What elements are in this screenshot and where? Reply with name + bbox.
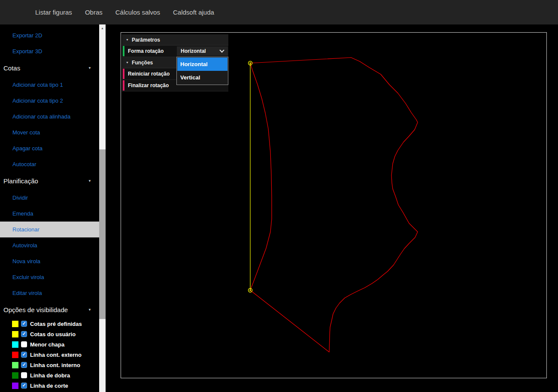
- axis-endpoint-top-dot: [249, 62, 251, 64]
- visibility-row-linha-de-dobra: Linha de dobra: [0, 370, 99, 380]
- section-title: Opções de visibilidade: [3, 306, 68, 313]
- color-swatch: [12, 341, 18, 348]
- sidebar-scrollbar[interactable]: ▲: [99, 24, 106, 392]
- panel-header-label: Parâmetros: [132, 37, 160, 43]
- top-nav: Listar figurasObrasCálculos salvosCaldso…: [0, 0, 558, 24]
- forma-rotacao-row: Forma rotação Horizontal: [122, 46, 228, 57]
- sidebar-section-opcoes-de-visibilidade[interactable]: Opções de visibilidade▼: [0, 301, 99, 319]
- visibility-row-cotas-do-usuario: Cotas do usuário: [0, 329, 99, 339]
- visibility-row-linha-de-corte: Linha de corte: [0, 380, 99, 391]
- toggle-label: Linha de corte: [30, 383, 68, 389]
- toggle-label: Menor chapa: [30, 341, 64, 348]
- chevron-down-icon: [219, 48, 224, 52]
- caret-down-icon: ▼: [126, 38, 129, 41]
- sidebar-item-autocotar[interactable]: Autocotar: [0, 156, 99, 172]
- visibility-row-linha-cont-interno: Linha cont. interno: [0, 360, 99, 370]
- visibility-checkbox-linha-cont-interno[interactable]: [21, 362, 27, 368]
- color-swatch: [12, 362, 18, 368]
- sidebar-item-adicionar-cota-tipo-2[interactable]: Adicionar cota tipo 2: [0, 93, 99, 109]
- toggle-label: Linha cont. externo: [30, 352, 82, 358]
- axis-endpoint-bottom-dot: [249, 289, 251, 291]
- forma-rotacao-label: Forma rotação: [128, 48, 164, 54]
- nav-item-obras[interactable]: Obras: [85, 9, 103, 16]
- sidebar-item-adicionar-cota-alinhada[interactable]: Adicionar cota alinhada: [0, 109, 99, 125]
- green-accent-bar: [123, 46, 124, 56]
- caret-down-icon: ▼: [126, 61, 129, 64]
- dropdown-option-vertical[interactable]: Vertical: [177, 71, 227, 84]
- chevron-down-icon: ▼: [88, 179, 91, 183]
- scrollbar-up-button[interactable]: ▲: [99, 24, 106, 32]
- sidebar-item-apagar-cota[interactable]: Apagar cota: [0, 140, 99, 156]
- nav-item-listar-figuras[interactable]: Listar figuras: [35, 9, 72, 16]
- chevron-down-icon: ▼: [88, 308, 91, 312]
- visibility-checkbox-cotas-do-usuario[interactable]: [21, 331, 27, 337]
- visibility-row-linha-cont-externo: Linha cont. externo: [0, 349, 99, 360]
- color-swatch: [12, 383, 18, 389]
- sidebar-item-mover-cota[interactable]: Mover cota: [0, 125, 99, 140]
- sidebar-item-dividir[interactable]: Dividir: [0, 190, 99, 206]
- pink-accent-bar: [123, 69, 124, 79]
- button-label: Finalizar rotação: [128, 82, 169, 88]
- sidebar-item-editar-virola[interactable]: Editar virola: [0, 285, 99, 301]
- sidebar-item-autovirola[interactable]: Autovirola: [0, 237, 99, 253]
- visibility-row-cotas-pre-definidas: Cotas pré definidas: [0, 319, 99, 329]
- visibility-row-menor-chapa: Menor chapa: [0, 339, 99, 349]
- button-label: Reiniciar rotação: [128, 71, 170, 77]
- toggle-label: Cotas pré definidas: [30, 321, 82, 327]
- color-swatch: [12, 321, 18, 327]
- sidebar-item-adicionar-cota-tipo-1[interactable]: Adicionar cota tipo 1: [0, 77, 99, 93]
- figure-outline: [250, 58, 418, 352]
- sidebar-item-exportar-2d[interactable]: Exportar 2D: [0, 27, 99, 43]
- sidebar-item-excluir-virola[interactable]: Excluir virola: [0, 269, 99, 285]
- nav-item-caldsoft-ajuda[interactable]: Caldsoft ajuda: [173, 9, 214, 16]
- panel-header-parametros[interactable]: ▼ Parâmetros: [122, 34, 228, 46]
- nav-item-calculos-salvos[interactable]: Cálculos salvos: [115, 9, 160, 16]
- sidebar-item-nova-virola[interactable]: Nova virola: [0, 253, 99, 269]
- dropdown-option-horizontal[interactable]: Horizontal: [177, 58, 227, 71]
- sidebar-item-exportar-3d[interactable]: Exportar 3D: [0, 43, 99, 59]
- visibility-checkbox-menor-chapa[interactable]: [21, 341, 27, 347]
- chevron-down-icon: ▼: [88, 66, 91, 70]
- toggle-label: Linha cont. interno: [30, 362, 80, 368]
- select-value: Horizontal: [181, 48, 206, 54]
- section-title: Planificação: [3, 177, 38, 185]
- sidebar-section-cotas[interactable]: Cotas▼: [0, 59, 99, 77]
- color-swatch: [12, 372, 18, 379]
- toggle-label: Linha de dobra: [30, 372, 70, 379]
- arrow-up-icon: ▲: [101, 27, 104, 30]
- color-swatch: [12, 352, 18, 358]
- sidebar-item-emenda[interactable]: Emenda: [0, 206, 99, 222]
- forma-rotacao-dropdown: HorizontalVertical: [176, 57, 228, 85]
- toggle-label: Cotas do usuário: [30, 331, 76, 337]
- pink-accent-bar: [123, 80, 124, 91]
- sidebar-item-rotacionar[interactable]: Rotacionar: [0, 222, 99, 237]
- sidebar: Exportar 2DExportar 3DCotas▼Adicionar co…: [0, 24, 99, 392]
- color-swatch: [12, 331, 18, 337]
- drawing-canvas[interactable]: ▼ Parâmetros Forma rotação Horizontal ▼ …: [121, 32, 547, 378]
- panel-header-label: Funções: [132, 60, 153, 66]
- sidebar-spacer: [0, 24, 99, 27]
- visibility-checkbox-linha-cont-externo[interactable]: [21, 352, 27, 358]
- sidebar-section-planificacao[interactable]: Planificação▼: [0, 172, 99, 190]
- visibility-checkbox-cotas-pre-definidas[interactable]: [21, 321, 27, 327]
- forma-rotacao-select[interactable]: Horizontal: [177, 46, 228, 56]
- visibility-checkbox-linha-de-dobra[interactable]: [21, 372, 27, 378]
- scrollbar-thumb[interactable]: [99, 149, 106, 319]
- section-title: Cotas: [3, 64, 20, 72]
- visibility-checkbox-linha-de-corte[interactable]: [21, 383, 27, 389]
